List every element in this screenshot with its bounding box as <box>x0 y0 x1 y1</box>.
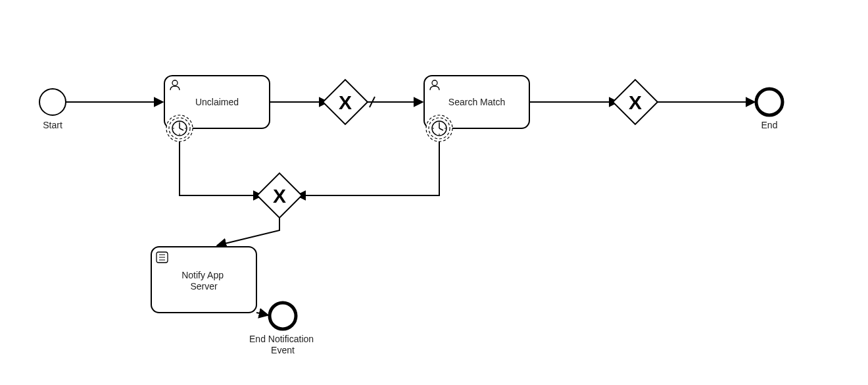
end-event-label: End <box>761 120 778 130</box>
svg-point-7 <box>39 89 66 115</box>
boundary-timer-search <box>426 115 452 141</box>
task-unclaimed-label: Unclaimed <box>195 97 239 107</box>
gateway-after-unclaimed: X <box>323 80 368 124</box>
gateway-x-icon: X <box>339 91 352 113</box>
gateway-merge-timers: X <box>257 173 302 218</box>
edge-gw3-notify <box>217 211 279 245</box>
end-notification-event: End Notification Event <box>249 303 316 355</box>
end-notification-event-label: End Notification Event <box>249 334 316 355</box>
gateway-x-icon: X <box>273 185 286 207</box>
end-event: End <box>756 89 783 130</box>
edge-timer-search-gw3 <box>297 141 439 195</box>
boundary-timer-unclaimed <box>166 115 193 141</box>
clock-icon <box>432 121 446 136</box>
edge-notify-endnotify <box>256 313 268 315</box>
svg-point-32 <box>756 89 783 115</box>
edge-timer-unclaimed-gw3 <box>180 141 262 195</box>
start-event-label: Start <box>43 120 62 130</box>
gateway-x-icon: X <box>629 91 642 113</box>
task-notify-app-server: Notify App Server <box>151 247 256 313</box>
task-search-match-label: Search Match <box>448 97 505 107</box>
start-event: Start <box>39 89 66 130</box>
svg-point-38 <box>270 303 296 329</box>
gateway-after-search: X <box>613 80 658 124</box>
clock-icon <box>172 121 187 136</box>
edge-gw1-searchmatch <box>361 97 423 107</box>
svg-line-6 <box>256 313 268 315</box>
